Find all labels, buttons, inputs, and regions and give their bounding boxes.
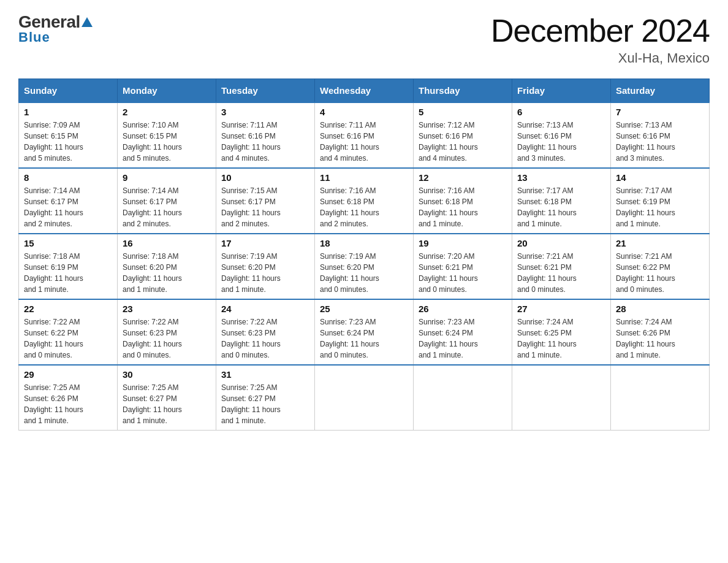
day-number: 10 <box>221 172 309 183</box>
day-info: Sunrise: 7:25 AMSunset: 6:26 PMDaylight:… <box>24 382 112 426</box>
day-info: Sunrise: 7:24 AMSunset: 6:25 PMDaylight:… <box>517 316 605 361</box>
day-of-week-header: Saturday <box>611 79 710 103</box>
day-info: Sunrise: 7:23 AMSunset: 6:24 PMDaylight:… <box>419 316 507 361</box>
calendar-cell: 12Sunrise: 7:16 AMSunset: 6:18 PMDayligh… <box>414 168 512 234</box>
day-number: 14 <box>616 172 704 183</box>
day-of-week-header: Tuesday <box>216 79 315 103</box>
day-number: 12 <box>419 172 507 183</box>
day-number: 6 <box>517 107 605 117</box>
day-info: Sunrise: 7:09 AMSunset: 6:15 PMDaylight:… <box>24 120 112 164</box>
calendar-cell: 11Sunrise: 7:16 AMSunset: 6:18 PMDayligh… <box>315 168 414 234</box>
day-info: Sunrise: 7:23 AMSunset: 6:24 PMDaylight:… <box>320 316 408 361</box>
day-info: Sunrise: 7:17 AMSunset: 6:19 PMDaylight:… <box>616 185 704 229</box>
day-number: 11 <box>320 172 408 183</box>
day-info: Sunrise: 7:19 AMSunset: 6:20 PMDaylight:… <box>320 251 408 295</box>
day-info: Sunrise: 7:13 AMSunset: 6:16 PMDaylight:… <box>616 120 704 164</box>
day-info: Sunrise: 7:18 AMSunset: 6:20 PMDaylight:… <box>123 251 211 295</box>
day-info: Sunrise: 7:22 AMSunset: 6:23 PMDaylight:… <box>221 316 309 361</box>
day-info: Sunrise: 7:22 AMSunset: 6:23 PMDaylight:… <box>123 316 211 361</box>
calendar-cell: 21Sunrise: 7:21 AMSunset: 6:22 PMDayligh… <box>611 234 710 299</box>
day-number: 26 <box>419 304 507 314</box>
day-info: Sunrise: 7:11 AMSunset: 6:16 PMDaylight:… <box>320 120 408 164</box>
calendar-cell: 22Sunrise: 7:22 AMSunset: 6:22 PMDayligh… <box>19 299 118 365</box>
calendar-cell: 30Sunrise: 7:25 AMSunset: 6:27 PMDayligh… <box>118 365 216 431</box>
calendar-cell: 19Sunrise: 7:20 AMSunset: 6:21 PMDayligh… <box>414 234 512 299</box>
day-info: Sunrise: 7:17 AMSunset: 6:18 PMDaylight:… <box>517 185 605 229</box>
day-number: 31 <box>221 369 309 380</box>
day-number: 19 <box>419 238 507 248</box>
day-info: Sunrise: 7:21 AMSunset: 6:22 PMDaylight:… <box>616 251 704 295</box>
calendar-cell <box>315 365 414 431</box>
calendar-cell: 20Sunrise: 7:21 AMSunset: 6:21 PMDayligh… <box>512 234 611 299</box>
day-number: 24 <box>221 304 309 314</box>
day-info: Sunrise: 7:11 AMSunset: 6:16 PMDaylight:… <box>221 120 309 164</box>
day-number: 21 <box>616 238 704 248</box>
logo: General Blue <box>18 12 93 45</box>
day-number: 5 <box>419 107 507 117</box>
calendar-week-row: 1Sunrise: 7:09 AMSunset: 6:15 PMDaylight… <box>19 102 710 168</box>
day-info: Sunrise: 7:25 AMSunset: 6:27 PMDaylight:… <box>221 382 309 426</box>
day-info: Sunrise: 7:19 AMSunset: 6:20 PMDaylight:… <box>221 251 309 295</box>
calendar-cell: 5Sunrise: 7:12 AMSunset: 6:16 PMDaylight… <box>414 102 512 168</box>
calendar-week-row: 29Sunrise: 7:25 AMSunset: 6:26 PMDayligh… <box>19 365 710 431</box>
calendar-cell: 27Sunrise: 7:24 AMSunset: 6:25 PMDayligh… <box>512 299 611 365</box>
day-info: Sunrise: 7:25 AMSunset: 6:27 PMDaylight:… <box>123 382 211 426</box>
calendar-cell: 26Sunrise: 7:23 AMSunset: 6:24 PMDayligh… <box>414 299 512 365</box>
day-number: 2 <box>123 107 211 117</box>
calendar-cell: 24Sunrise: 7:22 AMSunset: 6:23 PMDayligh… <box>216 299 315 365</box>
day-of-week-header: Friday <box>512 79 611 103</box>
day-info: Sunrise: 7:15 AMSunset: 6:17 PMDaylight:… <box>221 185 309 229</box>
calendar-cell: 2Sunrise: 7:10 AMSunset: 6:15 PMDaylight… <box>118 102 216 168</box>
day-info: Sunrise: 7:14 AMSunset: 6:17 PMDaylight:… <box>24 185 112 229</box>
day-info: Sunrise: 7:21 AMSunset: 6:21 PMDaylight:… <box>517 251 605 295</box>
day-info: Sunrise: 7:12 AMSunset: 6:16 PMDaylight:… <box>419 120 507 164</box>
calendar-cell: 3Sunrise: 7:11 AMSunset: 6:16 PMDaylight… <box>216 102 315 168</box>
calendar-cell: 9Sunrise: 7:14 AMSunset: 6:17 PMDaylight… <box>118 168 216 234</box>
day-number: 29 <box>24 369 112 380</box>
calendar-cell: 15Sunrise: 7:18 AMSunset: 6:19 PMDayligh… <box>19 234 118 299</box>
day-of-week-header: Thursday <box>414 79 512 103</box>
calendar-cell: 28Sunrise: 7:24 AMSunset: 6:26 PMDayligh… <box>611 299 710 365</box>
calendar-cell: 31Sunrise: 7:25 AMSunset: 6:27 PMDayligh… <box>216 365 315 431</box>
day-info: Sunrise: 7:22 AMSunset: 6:22 PMDaylight:… <box>24 316 112 361</box>
day-number: 27 <box>517 304 605 314</box>
day-of-week-header: Sunday <box>19 79 118 103</box>
calendar-cell: 25Sunrise: 7:23 AMSunset: 6:24 PMDayligh… <box>315 299 414 365</box>
calendar-cell: 23Sunrise: 7:22 AMSunset: 6:23 PMDayligh… <box>118 299 216 365</box>
calendar-cell: 13Sunrise: 7:17 AMSunset: 6:18 PMDayligh… <box>512 168 611 234</box>
calendar-week-row: 8Sunrise: 7:14 AMSunset: 6:17 PMDaylight… <box>19 168 710 234</box>
logo-blue-text: Blue <box>18 29 50 45</box>
day-info: Sunrise: 7:18 AMSunset: 6:19 PMDaylight:… <box>24 251 112 295</box>
day-number: 15 <box>24 238 112 248</box>
day-number: 7 <box>616 107 704 117</box>
day-number: 1 <box>24 107 112 117</box>
day-number: 20 <box>517 238 605 248</box>
subtitle: Xul-Ha, Mexico <box>491 50 710 66</box>
day-number: 18 <box>320 238 408 248</box>
day-number: 8 <box>24 172 112 183</box>
calendar-cell: 18Sunrise: 7:19 AMSunset: 6:20 PMDayligh… <box>315 234 414 299</box>
calendar-cell <box>512 365 611 431</box>
calendar-body: 1Sunrise: 7:09 AMSunset: 6:15 PMDaylight… <box>19 102 710 431</box>
calendar-cell: 14Sunrise: 7:17 AMSunset: 6:19 PMDayligh… <box>611 168 710 234</box>
calendar-header: SundayMondayTuesdayWednesdayThursdayFrid… <box>19 79 710 103</box>
day-number: 25 <box>320 304 408 314</box>
day-of-week-header: Monday <box>118 79 216 103</box>
calendar-cell: 1Sunrise: 7:09 AMSunset: 6:15 PMDaylight… <box>19 102 118 168</box>
calendar-cell: 10Sunrise: 7:15 AMSunset: 6:17 PMDayligh… <box>216 168 315 234</box>
calendar-cell: 8Sunrise: 7:14 AMSunset: 6:17 PMDaylight… <box>19 168 118 234</box>
day-info: Sunrise: 7:16 AMSunset: 6:18 PMDaylight:… <box>320 185 408 229</box>
calendar-cell: 16Sunrise: 7:18 AMSunset: 6:20 PMDayligh… <box>118 234 216 299</box>
day-number: 28 <box>616 304 704 314</box>
title-block: December 2024 Xul-Ha, Mexico <box>491 12 710 66</box>
calendar-cell: 17Sunrise: 7:19 AMSunset: 6:20 PMDayligh… <box>216 234 315 299</box>
calendar-week-row: 22Sunrise: 7:22 AMSunset: 6:22 PMDayligh… <box>19 299 710 365</box>
day-number: 23 <box>123 304 211 314</box>
day-number: 13 <box>517 172 605 183</box>
calendar-table: SundayMondayTuesdayWednesdayThursdayFrid… <box>18 79 710 431</box>
calendar-cell: 7Sunrise: 7:13 AMSunset: 6:16 PMDaylight… <box>611 102 710 168</box>
day-number: 17 <box>221 238 309 248</box>
day-info: Sunrise: 7:13 AMSunset: 6:16 PMDaylight:… <box>517 120 605 164</box>
day-info: Sunrise: 7:14 AMSunset: 6:17 PMDaylight:… <box>123 185 211 229</box>
day-info: Sunrise: 7:24 AMSunset: 6:26 PMDaylight:… <box>616 316 704 361</box>
